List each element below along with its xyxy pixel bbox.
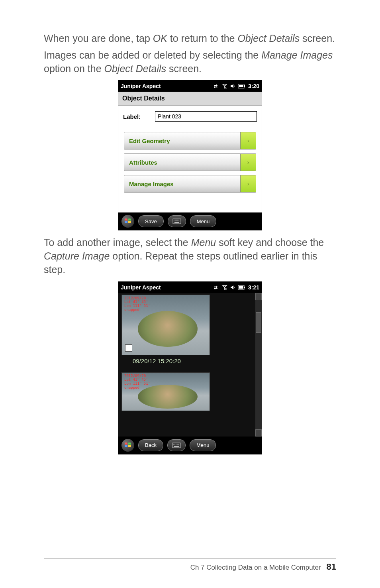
svg-rect-9: [174, 220, 174, 220]
form-area: Label:: [118, 106, 262, 132]
scroll-up-icon[interactable]: [255, 293, 262, 300]
image-thumb-block: 2012/09/20Lat 41° 45'Lon 111° 51'unapped: [118, 371, 255, 413]
screen-title: Object Details: [118, 92, 262, 106]
footer-chapter: Ch 7 Collecting Data on a Mobile Compute…: [190, 564, 321, 572]
signal-icon: x: [222, 285, 227, 290]
chevron-right-icon: ›: [240, 175, 256, 192]
softkey-save[interactable]: Save: [138, 215, 164, 227]
svg-text:x: x: [225, 287, 227, 290]
document-page: When you are done, tap OK to return to t…: [0, 0, 380, 588]
svg-text:⇄: ⇄: [214, 84, 217, 88]
menu-item-label: Attributes: [124, 154, 240, 171]
image-thumbnail[interactable]: 2012/09/20Lat 41° 45'Lon 111° 51'unapped: [121, 372, 210, 411]
text: When you are done, tap: [44, 33, 153, 44]
text: to return to the: [167, 33, 238, 44]
scroll-thumb[interactable]: [256, 312, 261, 333]
svg-rect-14: [174, 222, 179, 223]
svg-rect-21: [244, 287, 245, 288]
text-italic: Manage Images: [261, 49, 333, 61]
svg-rect-12: [177, 220, 178, 220]
footer-page-number: 81: [327, 562, 336, 572]
menu-item-attributes[interactable]: Attributes ›: [124, 153, 256, 171]
text: screen.: [166, 63, 202, 74]
svg-rect-26: [176, 444, 176, 444]
battery-icon: [238, 285, 246, 290]
text-italic: Object Details: [104, 63, 166, 74]
device-titlebar: Juniper Aspect ⇄ x 3:20: [118, 81, 262, 92]
paragraph-2: Images can be added or deleted by select…: [44, 49, 336, 76]
svg-rect-8: [173, 219, 181, 224]
text-italic: Capture Image: [44, 250, 110, 262]
device-screenshot-object-details: Juniper Aspect ⇄ x 3:20 Object Details: [118, 80, 262, 230]
menu-item-label: Edit Geometry: [124, 132, 240, 149]
text: option on the: [44, 63, 104, 74]
svg-marker-19: [231, 285, 233, 289]
svg-rect-13: [178, 220, 179, 220]
svg-rect-10: [175, 220, 176, 220]
vertical-scrollbar[interactable]: [255, 293, 262, 437]
image-thumb-block: 2012/09/20Lat 41° 45'Lon 111° 51'unapped…: [118, 293, 255, 371]
chevron-right-icon: ›: [240, 132, 256, 149]
windows-start-icon[interactable]: [121, 439, 134, 452]
device-screenshot-image-list: Juniper Aspect ⇄ x 3:21: [118, 281, 262, 454]
connectivity-icon: ⇄: [214, 83, 219, 89]
svg-rect-28: [178, 444, 179, 444]
text: screen.: [300, 33, 335, 44]
label-row: Label:: [123, 111, 257, 122]
label-caption: Label:: [123, 113, 151, 120]
signal-icon: x: [222, 83, 227, 89]
clock-time: 3:21: [248, 284, 259, 291]
text-italic: OK: [153, 33, 167, 44]
keyboard-icon[interactable]: [168, 215, 186, 227]
svg-rect-6: [244, 85, 245, 87]
svg-rect-11: [176, 220, 177, 220]
svg-rect-23: [172, 443, 180, 448]
page-footer: Ch 7 Collecting Data on a Mobile Compute…: [44, 558, 336, 572]
text-italic: Object Details: [237, 33, 300, 44]
svg-marker-4: [231, 84, 233, 88]
svg-rect-27: [177, 444, 178, 444]
coords-overlay: 2012/09/20Lat 41° 45'Lon 111° 51'unapped: [124, 374, 150, 390]
scroll-down-icon[interactable]: [255, 429, 262, 437]
image-thumbnail[interactable]: 2012/09/20Lat 41° 45'Lon 111° 51'unapped: [121, 295, 210, 355]
thumbnail-checkbox[interactable]: [125, 344, 132, 352]
device-bottombar: Save Menu: [118, 212, 262, 230]
svg-rect-29: [174, 446, 179, 447]
text: Images can be added or deleted by select…: [44, 49, 261, 61]
coords-overlay: 2012/09/20Lat 41° 45'Lon 111° 51'unapped: [124, 297, 150, 313]
svg-rect-7: [239, 85, 243, 87]
menu-item-edit-geometry[interactable]: Edit Geometry ›: [124, 132, 256, 149]
softkey-menu[interactable]: Menu: [190, 439, 216, 451]
clock-time: 3:20: [248, 83, 259, 89]
image-scroll-area: 2012/09/20Lat 41° 45'Lon 111° 51'unapped…: [118, 293, 262, 437]
chevron-right-icon: ›: [240, 154, 256, 171]
device-bottombar: Back Menu: [118, 437, 262, 454]
app-title: Juniper Aspect: [121, 83, 161, 89]
text: To add another image, select the: [44, 237, 191, 248]
text-italic: Menu: [191, 237, 216, 248]
svg-text:⇄: ⇄: [214, 285, 217, 290]
windows-start-icon[interactable]: [121, 215, 134, 228]
svg-rect-22: [239, 286, 243, 289]
svg-rect-25: [174, 444, 175, 444]
softkey-menu[interactable]: Menu: [190, 215, 217, 227]
scroll-track[interactable]: [255, 300, 262, 429]
battery-icon: [238, 84, 246, 88]
menu-item-manage-images[interactable]: Manage Images ›: [124, 175, 256, 193]
connectivity-icon: ⇄: [214, 285, 219, 290]
image-caption: 09/20/12 15:20:20: [121, 355, 252, 369]
svg-text:x: x: [225, 86, 227, 89]
device-titlebar: Juniper Aspect ⇄ x 3:21: [118, 282, 262, 293]
paragraph-3: To add another image, select the Menu so…: [44, 236, 336, 276]
keyboard-icon[interactable]: [167, 439, 186, 451]
menu-list: Edit Geometry › Attributes › Manage Imag…: [118, 132, 262, 212]
softkey-back[interactable]: Back: [138, 439, 163, 451]
menu-item-label: Manage Images: [124, 175, 240, 192]
volume-icon: [230, 285, 235, 290]
app-title: Juniper Aspect: [121, 284, 161, 291]
paragraph-1: When you are done, tap OK to return to t…: [44, 32, 336, 45]
svg-rect-24: [173, 444, 174, 444]
label-input[interactable]: [155, 111, 257, 122]
text: soft key and choose the: [216, 237, 324, 248]
volume-icon: [230, 83, 235, 89]
